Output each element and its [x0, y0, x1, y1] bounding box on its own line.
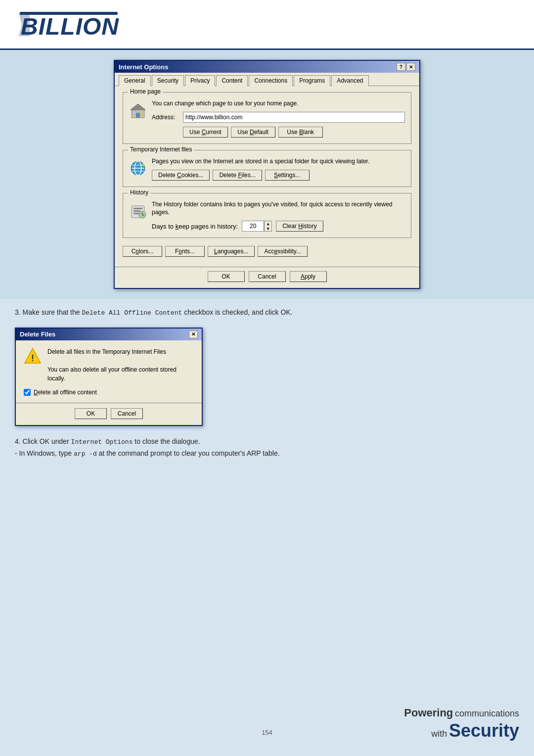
delete-body: ! Delete all files in the Temporary Inte… [16, 340, 202, 403]
days-input[interactable] [242, 221, 264, 232]
address-input[interactable] [183, 112, 405, 123]
tab-connections[interactable]: Connections [249, 75, 293, 86]
temp-files-desc: Pages you view on the Internet are store… [152, 157, 405, 166]
internet-options-code: Internet Options [71, 438, 133, 446]
step3-text: 3. Make sure that the Delete All Offline… [0, 299, 534, 323]
address-row: Address: [152, 112, 405, 123]
dialog-titlebar: Internet Options ? ✕ [115, 61, 419, 73]
days-spinner: ▲ ▼ [242, 221, 272, 232]
tab-general[interactable]: General [119, 75, 151, 86]
delete-dialog-title: Delete Files [20, 331, 55, 338]
delete-text: Delete all files in the Temporary Intern… [47, 347, 194, 383]
delete-offline-checkbox[interactable] [24, 389, 31, 396]
svg-text:BILLION: BILLION [21, 13, 119, 40]
close-button[interactable]: ✕ [406, 63, 415, 71]
instructions: 4. Click OK under Internet Options to cl… [0, 431, 534, 465]
main-content: Internet Options ? ✕ General Security Pr… [0, 50, 534, 299]
use-default-button[interactable]: Use Default [231, 127, 275, 138]
svg-text:!: ! [31, 353, 34, 363]
ie-icon [129, 159, 147, 177]
bottom-btn-row: Colors... Fonts... Languages... Accessib… [123, 244, 411, 261]
internet-options-dialog: Internet Options ? ✕ General Security Pr… [114, 60, 420, 289]
arp-code: arp -d [74, 450, 97, 458]
tab-security[interactable]: Security [152, 75, 184, 86]
delete-dialog-titlebar: Delete Files ✕ [16, 329, 202, 340]
warning-svg-icon: ! [24, 347, 42, 365]
cancel-button[interactable]: Cancel [249, 271, 286, 282]
page-number: 154 [262, 729, 272, 736]
step3-code: Delete All Offline Content [82, 309, 182, 317]
delete-cookies-button[interactable]: Delete Cookies... [152, 170, 210, 181]
ie-svg-icon [130, 160, 146, 177]
titlebar-buttons: ? ✕ [397, 63, 415, 71]
powering-text: Powering [404, 707, 453, 719]
address-label: Address: [152, 114, 179, 121]
history-content: The History folder contains links to pag… [129, 200, 405, 232]
history-row: Days to keep pages in history: ▲ ▼ Clear… [152, 221, 405, 232]
colors-button[interactable]: Colors... [123, 246, 162, 257]
history-icon [129, 202, 147, 220]
history-legend: History [128, 189, 150, 196]
apply-button[interactable]: Apply [290, 271, 327, 282]
settings-button[interactable]: Settings... [265, 170, 310, 181]
svg-rect-3 [20, 12, 118, 15]
history-svg-icon [130, 203, 146, 220]
svg-rect-16 [134, 210, 140, 212]
dialog-tabs: General Security Privacy Content Connect… [115, 73, 419, 86]
checkbox-row: Delete all offline content [24, 389, 194, 396]
spinner-controls: ▲ ▼ [264, 221, 272, 232]
step3-after: checkbox is checked, and click OK. [182, 308, 292, 316]
homepage-content: You can change which page to use for you… [129, 99, 405, 138]
ok-button[interactable]: OK [208, 271, 245, 282]
svg-rect-7 [133, 111, 136, 114]
homepage-desc: You can change which page to use for you… [152, 99, 405, 108]
tab-privacy[interactable]: Privacy [185, 75, 215, 86]
footer-security-line: with Security [404, 720, 519, 741]
delete-footer: OK Cancel [16, 403, 202, 425]
footer-brand: Powering communications with Security [404, 707, 519, 741]
temp-files-right: Pages you view on the Internet are store… [152, 157, 405, 181]
security-text: Security [449, 720, 519, 741]
spinner-down-button[interactable]: ▼ [265, 226, 271, 231]
temp-files-content: Pages you view on the Internet are store… [129, 157, 405, 181]
fonts-button[interactable]: Fonts... [165, 246, 205, 257]
delete-cancel-button[interactable]: Cancel [111, 408, 143, 419]
billion-logo: BILLION [15, 9, 124, 44]
use-current-button[interactable]: Use Current [183, 127, 228, 138]
delete-ok-button[interactable]: OK [75, 408, 107, 419]
temp-files-btn-row: Delete Cookies... Delete Files... Settin… [152, 170, 405, 181]
logo-area: BILLION [0, 0, 534, 50]
delete-files-dialog: Delete Files ✕ ! Delete all files in the… [15, 328, 203, 426]
checkbox-label: Delete all offline content [34, 389, 97, 396]
homepage-section: Home page You can change which page to u… [123, 92, 411, 144]
tab-programs[interactable]: Programs [294, 75, 330, 86]
spinner-up-button[interactable]: ▲ [265, 221, 271, 226]
step4-line2: - In Windows, type arp -d at the command… [15, 448, 519, 460]
home-svg-icon [130, 102, 146, 119]
use-blank-button[interactable]: Use Blank [278, 127, 323, 138]
delete-files-button[interactable]: Delete Files... [213, 170, 262, 181]
homepage-legend: Home page [128, 88, 163, 95]
delete-content: ! Delete all files in the Temporary Inte… [24, 347, 194, 383]
delete-line2: You can also delete all your offline con… [47, 365, 194, 383]
delete-dialog-close[interactable]: ✕ [189, 331, 198, 338]
accessibility-button[interactable]: Accessibility... [258, 246, 308, 257]
delete-line1: Delete all files in the Temporary Intern… [47, 347, 194, 356]
tab-advanced[interactable]: Advanced [331, 75, 368, 86]
help-button[interactable]: ? [397, 63, 405, 71]
homepage-right: You can change which page to use for you… [152, 99, 405, 138]
tab-content[interactable]: Content [216, 75, 248, 86]
homepage-btn-row: Use Current Use Default Use Blank [152, 127, 405, 138]
clear-history-button[interactable]: Clear History [276, 221, 323, 232]
languages-button[interactable]: Languages... [208, 246, 255, 257]
dialog-footer: OK Cancel Apply [115, 267, 419, 288]
history-section: History The History folder con [123, 193, 411, 238]
svg-marker-5 [131, 104, 145, 110]
temp-files-section: Temporary Internet files [123, 150, 411, 187]
footer-powering: Powering communications [404, 707, 519, 719]
dialog-title: Internet Options [119, 63, 168, 71]
svg-rect-6 [136, 113, 140, 118]
warning-icon: ! [24, 347, 42, 365]
home-icon [129, 101, 147, 119]
with-text: with [431, 729, 447, 739]
